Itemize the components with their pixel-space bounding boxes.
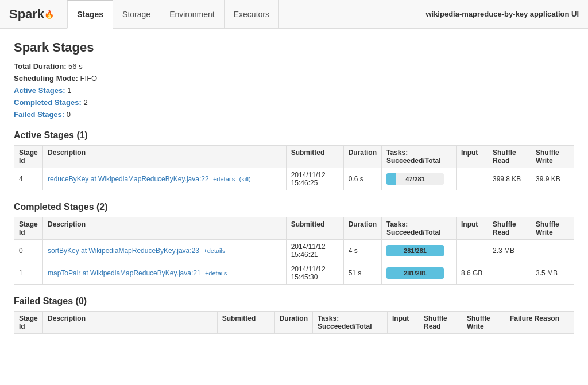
active-stages-heading: Active Stages (1): [14, 130, 574, 141]
completed-col-duration: Duration: [343, 217, 381, 240]
active-col-submitted: Submitted: [286, 146, 343, 168]
completed-stages-link[interactable]: Completed Stages:: [14, 98, 82, 107]
active-stages-link[interactable]: Active Stages:: [14, 86, 65, 95]
duration-cell: 4 s: [343, 240, 381, 262]
failed-col-tasks: Tasks: Succeeded/Total: [313, 312, 388, 334]
stage-description-link[interactable]: sortByKey at WikipediaMapReduceByKey.jav…: [48, 247, 199, 255]
failed-col-description: Description: [43, 312, 218, 334]
description-cell: sortByKey at WikipediaMapReduceByKey.jav…: [43, 240, 287, 262]
stage-description-link[interactable]: mapToPair at WikipediaMapReduceByKey.jav…: [48, 269, 201, 277]
stage-id-cell: 4: [14, 168, 43, 190]
nav-link-storage[interactable]: Storage: [113, 0, 160, 29]
active-col-input: Input: [457, 146, 488, 168]
active-col-description: Description: [43, 146, 287, 168]
main-content: Spark Stages Total Duration: 56 s Schedu…: [0, 29, 588, 348]
completed-col-description: Description: [43, 217, 287, 240]
completed-col-shuffle-write: Shuffle Write: [531, 217, 574, 240]
completed-col-shuffle-read: Shuffle Read: [488, 217, 531, 240]
brand: Spark 🔥: [9, 7, 54, 22]
summary-active-stages: Active Stages: 1: [14, 86, 574, 95]
completed-col-input: Input: [457, 217, 488, 240]
failed-col-shuffle-read: Shuffle Read: [419, 312, 462, 334]
progress-bar: 281/281: [386, 245, 444, 256]
app-name: wikipedia-mapreduce-by-key: [425, 10, 528, 18]
failed-stages-table: Stage Id Description Submitted Duration …: [14, 311, 574, 334]
spark-logo-text: Spark: [9, 7, 44, 22]
active-col-duration: Duration: [343, 146, 381, 168]
input-cell: 8.6 GB: [457, 262, 488, 285]
failed-col-input: Input: [388, 312, 419, 334]
input-cell: [457, 240, 488, 262]
active-col-shuffle-write: Shuffle Write: [531, 146, 574, 168]
completed-stages-table: Stage Id Description Submitted Duration …: [14, 217, 574, 285]
stage-description-link[interactable]: reduceByKey at WikipediaMapReduceByKey.j…: [48, 175, 209, 183]
nav-links: Stages Storage Environment Executors: [68, 0, 279, 29]
table-row: 4 reduceByKey at WikipediaMapReduceByKey…: [14, 168, 574, 190]
failed-col-failure-reason: Failure Reason: [505, 312, 574, 334]
tasks-cell: 281/281: [382, 262, 457, 285]
progress-bar-fill: 281/281: [386, 267, 444, 279]
stage-id-cell: 1: [14, 262, 43, 285]
kill-link[interactable]: (kill): [239, 176, 251, 182]
stage-id-cell: 0: [14, 240, 43, 262]
active-stages-table: Stage Id Description Submitted Duration …: [14, 145, 574, 190]
active-col-tasks: Tasks: Succeeded/Total: [382, 146, 457, 168]
progress-bar: 47/281: [386, 173, 444, 185]
failed-col-duration: Duration: [274, 312, 312, 334]
summary-failed-stages: Failed Stages: 0: [14, 110, 574, 119]
submitted-cell: 2014/11/12 15:46:25: [286, 168, 343, 190]
failed-col-stage-id: Stage Id: [14, 312, 43, 334]
tasks-cell: 47/281: [382, 168, 457, 190]
progress-bar-fill: 281/281: [386, 245, 444, 256]
details-link[interactable]: +details: [213, 176, 235, 182]
description-cell: reduceByKey at WikipediaMapReduceByKey.j…: [43, 168, 287, 190]
progress-bar-label: 47/281: [386, 173, 444, 185]
duration-cell: 0.6 s: [343, 168, 381, 190]
failed-col-shuffle-write: Shuffle Write: [462, 312, 505, 334]
shuffle-read-cell: 399.8 KB: [488, 168, 531, 190]
completed-col-submitted: Submitted: [286, 217, 343, 240]
completed-col-stage-id: Stage Id: [14, 217, 43, 240]
duration-cell: 51 s: [343, 262, 381, 285]
completed-stages-heading: Completed Stages (2): [14, 202, 574, 212]
input-cell: [457, 168, 488, 190]
shuffle-read-cell: 2.3 MB: [488, 240, 531, 262]
failed-col-submitted: Submitted: [217, 312, 274, 334]
submitted-cell: 2014/11/12 15:46:21: [286, 240, 343, 262]
tasks-cell: 281/281: [382, 240, 457, 262]
table-row: 0 sortByKey at WikipediaMapReduceByKey.j…: [14, 240, 574, 262]
table-row: 1 mapToPair at WikipediaMapReduceByKey.j…: [14, 262, 574, 285]
description-cell: mapToPair at WikipediaMapReduceByKey.jav…: [43, 262, 287, 285]
completed-col-tasks: Tasks: Succeeded/Total: [382, 217, 457, 240]
failed-stages-link[interactable]: Failed Stages:: [14, 110, 64, 119]
submitted-cell: 2014/11/12 15:45:30: [286, 262, 343, 285]
nav-link-environment[interactable]: Environment: [160, 0, 225, 29]
nav-link-stages[interactable]: Stages: [67, 0, 113, 29]
nav-link-executors[interactable]: Executors: [224, 0, 279, 29]
progress-bar: 281/281: [386, 267, 444, 279]
app-title: wikipedia-mapreduce-by-key application U…: [425, 10, 579, 18]
summary-completed-stages: Completed Stages: 2: [14, 98, 574, 107]
details-link[interactable]: +details: [205, 270, 227, 277]
shuffle-write-cell: 39.9 KB: [531, 168, 574, 190]
active-col-shuffle-read: Shuffle Read: [488, 146, 531, 168]
summary-scheduling-mode: Scheduling Mode: FIFO: [14, 74, 574, 83]
page-title: Spark Stages: [14, 40, 574, 55]
shuffle-read-cell: [488, 262, 531, 285]
navbar: Spark 🔥 Stages Storage Environment Execu…: [0, 0, 588, 29]
summary-total-duration: Total Duration: 56 s: [14, 62, 574, 71]
shuffle-write-cell: 3.5 MB: [531, 262, 574, 285]
details-link[interactable]: +details: [203, 247, 225, 254]
shuffle-write-cell: [531, 240, 574, 262]
failed-stages-heading: Failed Stages (0): [14, 296, 574, 306]
spark-flame-icon: 🔥: [44, 10, 54, 19]
active-col-stage-id: Stage Id: [14, 146, 43, 168]
